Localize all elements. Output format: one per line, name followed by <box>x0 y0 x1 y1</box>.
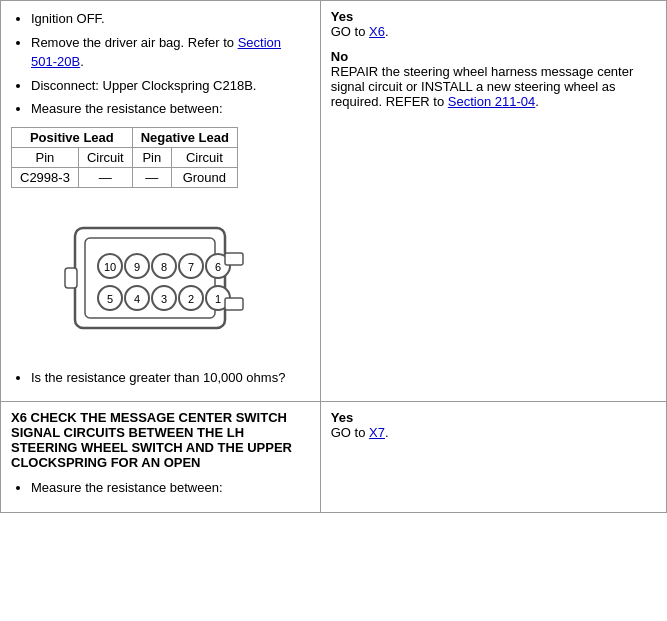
svg-rect-22 <box>225 253 243 265</box>
svg-rect-24 <box>65 268 77 288</box>
no-section: No REPAIR the steering wheel harness mes… <box>331 49 656 109</box>
x7-link[interactable]: X7 <box>369 425 385 440</box>
svg-text:7: 7 <box>188 261 194 273</box>
section-211-04-link[interactable]: Section 211-04 <box>448 94 535 109</box>
bottom-step-1: Measure the resistance between: <box>31 478 310 498</box>
step-4: Measure the resistance between: <box>31 99 310 119</box>
connector-diagram: 10 9 8 7 6 5 4 3 2 1 <box>55 198 265 358</box>
positive-lead-header: Positive Lead <box>12 127 133 147</box>
bottom-right-cell: Yes GO to X7. <box>320 402 666 513</box>
sub-header-row: Pin Circuit Pin Circuit <box>12 147 238 167</box>
section-header: X6 CHECK THE MESSAGE CENTER SWITCH SIGNA… <box>11 410 310 470</box>
question-item: Is the resistance greater than 10,000 oh… <box>31 368 310 388</box>
yes-section: Yes GO to X6. <box>331 9 656 39</box>
cell-c2998-3: C2998-3 <box>12 167 79 187</box>
header-row: Positive Lead Negative Lead <box>12 127 238 147</box>
step-2: Remove the driver air bag. Refer to Sect… <box>31 33 310 72</box>
svg-rect-23 <box>225 298 243 310</box>
bottom-steps-list: Measure the resistance between: <box>11 478 310 498</box>
bottom-yes-label: Yes <box>331 410 353 425</box>
svg-text:1: 1 <box>215 293 221 305</box>
bottom-yes-section: Yes GO to X7. <box>331 410 656 440</box>
steps-list: Ignition OFF. Remove the driver air bag.… <box>11 9 310 119</box>
cell-ground: Ground <box>171 167 237 187</box>
circuit-header-2: Circuit <box>171 147 237 167</box>
left-cell: Ignition OFF. Remove the driver air bag.… <box>1 1 321 402</box>
svg-text:10: 10 <box>104 261 116 273</box>
question-list: Is the resistance greater than 10,000 oh… <box>11 368 310 388</box>
svg-text:4: 4 <box>134 293 140 305</box>
step-1: Ignition OFF. <box>31 9 310 29</box>
resistance-table: Positive Lead Negative Lead Pin Circuit … <box>11 127 238 188</box>
right-cell: Yes GO to X6. No REPAIR the steering whe… <box>320 1 666 402</box>
bottom-left-cell: X6 CHECK THE MESSAGE CENTER SWITCH SIGNA… <box>1 402 321 513</box>
pin-header-2: Pin <box>132 147 171 167</box>
no-label: No <box>331 49 348 64</box>
step-3: Disconnect: Upper Clockspring C218B. <box>31 76 310 96</box>
negative-lead-header: Negative Lead <box>132 127 237 147</box>
section-501-20b-link[interactable]: Section 501-20B <box>31 35 281 70</box>
cell-dash-2: — <box>132 167 171 187</box>
data-row-1: C2998-3 — — Ground <box>12 167 238 187</box>
cell-dash-1: — <box>78 167 132 187</box>
svg-text:9: 9 <box>134 261 140 273</box>
x6-link[interactable]: X6 <box>369 24 385 39</box>
yes-label: Yes <box>331 9 353 24</box>
svg-text:3: 3 <box>161 293 167 305</box>
svg-text:2: 2 <box>188 293 194 305</box>
circuit-header-1: Circuit <box>78 147 132 167</box>
svg-text:5: 5 <box>107 293 113 305</box>
pin-header-1: Pin <box>12 147 79 167</box>
svg-text:8: 8 <box>161 261 167 273</box>
svg-text:6: 6 <box>215 261 221 273</box>
